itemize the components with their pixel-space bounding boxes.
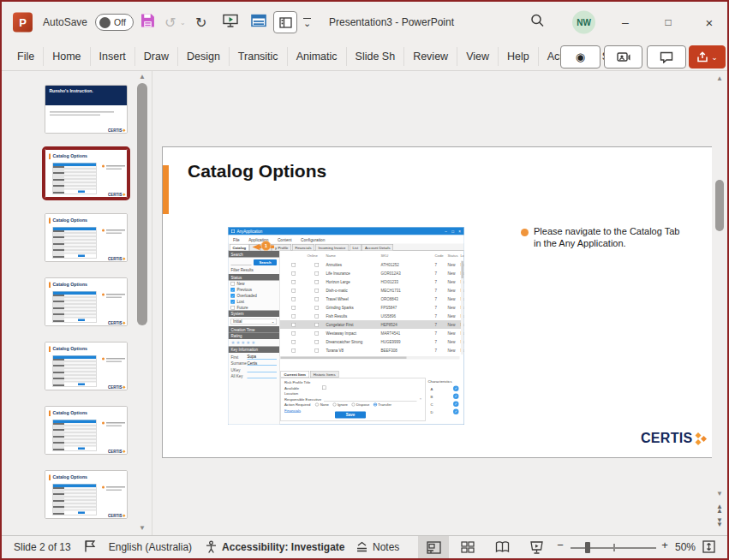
record-button[interactable]: ◉	[560, 45, 601, 69]
zoom-slider-thumb[interactable]	[585, 542, 590, 553]
main-scrollbar[interactable]: ▲ ▼ ▲▲ ▼▼	[712, 71, 727, 535]
app-row-status: New	[448, 263, 461, 267]
thumbnail-scrollbar[interactable]: ▲ ▼	[133, 71, 152, 535]
search-icon[interactable]	[530, 14, 545, 32]
slide-sorter-view-button[interactable]	[452, 536, 483, 558]
app-search-input	[231, 260, 252, 265]
powerpoint-app-icon[interactable]: P	[13, 13, 33, 33]
ribbon-tab[interactable]: Animatic	[288, 47, 347, 66]
redo-icon[interactable]: ↻	[195, 15, 206, 31]
customize-quick-access-icon[interactable]	[273, 11, 297, 33]
scroll-up-icon[interactable]: ▲	[712, 74, 727, 82]
zoom-out-button[interactable]: −	[553, 539, 567, 551]
zoom-in-button[interactable]: +	[658, 539, 672, 551]
proofing-icon[interactable]	[84, 539, 96, 556]
undo-icon[interactable]: ↺	[164, 15, 176, 31]
slide-accent-bar	[163, 165, 169, 214]
thumbnail-scrollbar-thumb[interactable]	[137, 83, 147, 325]
save-icon[interactable]	[140, 14, 155, 32]
deco-line	[106, 358, 125, 360]
app-row-sku: HOI01233	[381, 280, 435, 284]
close-button[interactable]: ×	[696, 15, 723, 30]
deco-line	[106, 361, 122, 363]
checkbox-icon	[291, 280, 296, 284]
ribbon-tab[interactable]: File	[9, 47, 44, 66]
slide-thumbnail[interactable]: Catalog Options CERTIS Catalog Options	[45, 277, 128, 326]
checkbox-icon	[291, 323, 296, 327]
slide-thumbnail[interactable]: Catalog Options CERTIS Catalog Options	[45, 342, 128, 390]
slideshow-view-button[interactable]	[521, 536, 552, 558]
notes-icon	[356, 541, 368, 553]
autosave-toggle[interactable]: Off	[95, 14, 134, 31]
ribbon-tab[interactable]: Home	[44, 47, 90, 66]
thumb-app-screenshot	[53, 163, 97, 194]
ribbon-tab[interactable]: Insert	[91, 47, 135, 66]
autosave-label: AutoSave	[43, 16, 87, 28]
scroll-up-icon[interactable]: ▲	[133, 73, 152, 80]
next-slide-button[interactable]: ▼▼	[712, 518, 727, 527]
thumb-logo: CERTIS	[108, 514, 125, 518]
normal-view-button[interactable]	[418, 536, 449, 558]
fit-to-window-button[interactable]	[702, 539, 716, 557]
app-row-name: Horizon Large	[326, 280, 381, 284]
thumb-app-screenshot	[53, 420, 97, 451]
clear-icon: ×	[420, 397, 421, 402]
zoom-level[interactable]: 50%	[675, 541, 696, 553]
app-row-code: 7	[435, 280, 448, 284]
slide-bullet-text[interactable]: Please navigate to the Catalog Tab in th…	[534, 225, 690, 250]
checkbox-icon	[314, 297, 319, 301]
main-scrollbar-thumb[interactable]	[715, 180, 724, 231]
slide-title[interactable]: Catalog Options	[188, 161, 326, 182]
slide-canvas[interactable]: Catalog Options Please navigate to the C…	[162, 146, 715, 458]
app-minimize-icon: –	[445, 229, 447, 234]
app-row-code: 7	[435, 340, 448, 344]
app-row-status: New	[448, 280, 461, 284]
comments-button[interactable]	[647, 45, 686, 69]
accessibility-status[interactable]: Accessibility: Investigate	[205, 540, 344, 554]
more-commands-icon[interactable]: ⌄	[303, 18, 311, 27]
deco-accent-bar	[49, 283, 51, 289]
start-slideshow-icon[interactable]	[223, 14, 238, 31]
previous-slide-button[interactable]: ▲▲	[712, 504, 727, 513]
reading-view-button[interactable]	[487, 536, 517, 558]
ribbon-tab[interactable]: View	[457, 47, 499, 66]
app-status-header: Status	[229, 274, 280, 281]
checkbox-icon	[314, 314, 319, 319]
slide-image-app-screenshot[interactable]: AnyApplication – □ × FileApplicationCont…	[228, 227, 465, 426]
slide-thumbnail[interactable]: Runsho's Instruction. CERTIS Runsho's In…	[45, 85, 128, 134]
present-in-teams-button[interactable]	[604, 45, 642, 69]
language-indicator[interactable]: English (Australia)	[109, 541, 192, 553]
ribbon-tab[interactable]: Transitic	[230, 47, 288, 66]
checkbox-icon	[231, 288, 236, 292]
slide-thumbnail[interactable]: Catalog Options CERTIS Catalog Options	[45, 213, 128, 262]
undo-dropdown-icon[interactable]: ⌄	[180, 19, 186, 27]
scroll-down-icon[interactable]: ▼	[133, 524, 152, 532]
slide-thumbnail[interactable]: Catalog Options CERTIS Catalog Options	[45, 149, 128, 198]
ribbon-tab[interactable]: Review	[404, 47, 457, 66]
ribbon-tab[interactable]: Help	[499, 47, 539, 66]
scroll-down-icon[interactable]: ▼	[712, 490, 727, 497]
deco-bullet	[102, 358, 105, 360]
app-radio-option: Transfer	[373, 402, 391, 407]
view-grid-icon[interactable]	[251, 15, 266, 31]
minimize-button[interactable]: –	[612, 15, 639, 29]
title-bar: P AutoSave Off ↺ ⌄ ↻ ⌄ Presentation3 - P…	[2, 2, 727, 43]
app-status-option-label: Future	[237, 306, 248, 310]
slide-thumbnail[interactable]: Catalog Options CERTIS Catalog Options	[45, 470, 128, 519]
app-status-option: Lost	[229, 299, 280, 305]
checkbox-icon	[231, 306, 236, 310]
notes-button[interactable]: Notes	[356, 536, 399, 558]
ribbon-tab[interactable]: Slide Sh	[347, 47, 405, 66]
thumb-slide-title: Catalog Options	[53, 346, 88, 351]
user-avatar[interactable]: NW	[572, 11, 595, 34]
ribbon-tab[interactable]: Draw	[135, 47, 178, 66]
checkbox-icon	[291, 289, 296, 293]
share-button[interactable]: ⌄	[689, 45, 726, 69]
app-window: AnyApplication – □ × FileApplicationCont…	[228, 227, 464, 425]
deco-bullet	[102, 422, 105, 425]
slide-thumbnail[interactable]: Catalog Options CERTIS Catalog Options	[45, 406, 128, 455]
slide-indicator[interactable]: Slide 2 of 13	[14, 541, 71, 553]
maximize-button[interactable]: □	[654, 16, 682, 28]
check-badge-icon	[453, 409, 459, 415]
ribbon-tab[interactable]: Design	[178, 47, 230, 66]
